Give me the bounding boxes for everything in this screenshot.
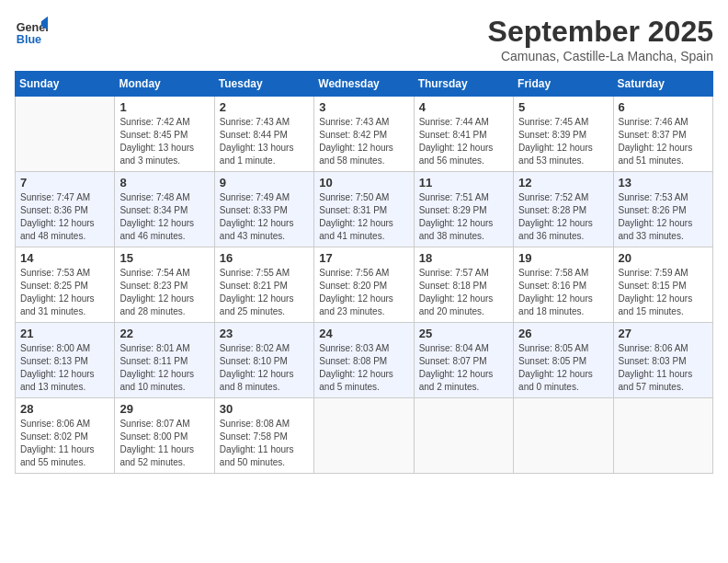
day-info: Sunrise: 7:54 AM Sunset: 8:23 PM Dayligh… [119,267,209,318]
calendar-cell [16,97,115,172]
calendar-week-row: 21Sunrise: 8:00 AM Sunset: 8:13 PM Dayli… [16,323,713,398]
weekday-header-tuesday: Tuesday [214,72,313,97]
day-info: Sunrise: 7:53 AM Sunset: 8:25 PM Dayligh… [20,267,109,318]
day-number: 6 [619,100,708,114]
day-number: 12 [518,176,608,190]
calendar-cell: 21Sunrise: 8:00 AM Sunset: 8:13 PM Dayli… [16,323,115,398]
day-number: 27 [619,327,708,340]
title-area: September 2025 Camunas, Castille-La Manc… [488,15,713,63]
day-number: 1 [119,100,209,114]
day-number: 7 [20,176,109,190]
day-number: 5 [518,100,608,114]
day-info: Sunrise: 7:58 AM Sunset: 8:16 PM Dayligh… [518,267,608,318]
day-info: Sunrise: 8:00 AM Sunset: 8:13 PM Dayligh… [20,342,109,394]
day-info: Sunrise: 7:42 AM Sunset: 8:45 PM Dayligh… [119,116,209,167]
day-number: 15 [119,251,209,265]
calendar-cell: 6Sunrise: 7:46 AM Sunset: 8:37 PM Daylig… [613,97,712,172]
calendar-cell: 15Sunrise: 7:54 AM Sunset: 8:23 PM Dayli… [115,247,214,323]
day-number: 3 [319,100,408,114]
logo-icon: General Blue [15,15,48,48]
day-number: 25 [419,327,508,340]
day-info: Sunrise: 7:56 AM Sunset: 8:20 PM Dayligh… [319,267,408,318]
calendar-cell: 14Sunrise: 7:53 AM Sunset: 8:25 PM Dayli… [16,247,115,323]
day-info: Sunrise: 7:43 AM Sunset: 8:42 PM Dayligh… [319,116,408,167]
day-info: Sunrise: 7:59 AM Sunset: 8:15 PM Dayligh… [619,267,708,318]
calendar-cell: 7Sunrise: 7:47 AM Sunset: 8:36 PM Daylig… [16,172,115,247]
day-info: Sunrise: 7:49 AM Sunset: 8:33 PM Dayligh… [220,191,309,243]
calendar-cell: 27Sunrise: 8:06 AM Sunset: 8:03 PM Dayli… [613,323,712,398]
day-number: 13 [619,176,708,190]
day-info: Sunrise: 7:57 AM Sunset: 8:18 PM Dayligh… [419,267,508,318]
weekday-header-friday: Friday [514,72,613,97]
day-info: Sunrise: 8:04 AM Sunset: 8:07 PM Dayligh… [419,342,508,394]
calendar-table: SundayMondayTuesdayWednesdayThursdayFrid… [15,71,713,474]
calendar-cell: 10Sunrise: 7:50 AM Sunset: 8:31 PM Dayli… [314,172,414,247]
calendar-cell: 18Sunrise: 7:57 AM Sunset: 8:18 PM Dayli… [414,247,513,323]
day-number: 28 [20,402,109,416]
calendar-title: September 2025 [488,15,713,49]
day-number: 20 [619,251,708,265]
day-number: 18 [419,251,508,265]
day-info: Sunrise: 7:50 AM Sunset: 8:31 PM Dayligh… [319,191,408,243]
calendar-week-row: 14Sunrise: 7:53 AM Sunset: 8:25 PM Dayli… [16,247,713,323]
day-number: 19 [518,251,608,265]
day-info: Sunrise: 7:51 AM Sunset: 8:29 PM Dayligh… [419,191,508,243]
calendar-cell: 5Sunrise: 7:45 AM Sunset: 8:39 PM Daylig… [514,97,613,172]
day-number: 17 [319,251,408,265]
day-number: 4 [419,100,508,114]
calendar-cell: 12Sunrise: 7:52 AM Sunset: 8:28 PM Dayli… [514,172,613,247]
calendar-week-row: 1Sunrise: 7:42 AM Sunset: 8:45 PM Daylig… [16,97,713,172]
calendar-cell: 13Sunrise: 7:53 AM Sunset: 8:26 PM Dayli… [613,172,712,247]
calendar-cell [414,398,513,474]
day-number: 26 [518,327,608,340]
day-number: 22 [119,327,209,340]
day-info: Sunrise: 7:53 AM Sunset: 8:26 PM Dayligh… [619,191,708,243]
day-info: Sunrise: 7:48 AM Sunset: 8:34 PM Dayligh… [119,191,209,243]
calendar-week-row: 28Sunrise: 8:06 AM Sunset: 8:02 PM Dayli… [16,398,713,474]
day-info: Sunrise: 8:05 AM Sunset: 8:05 PM Dayligh… [518,342,608,394]
calendar-cell [314,398,414,474]
calendar-cell: 19Sunrise: 7:58 AM Sunset: 8:16 PM Dayli… [514,247,613,323]
day-info: Sunrise: 7:55 AM Sunset: 8:21 PM Dayligh… [220,267,309,318]
weekday-header-saturday: Saturday [613,72,712,97]
day-info: Sunrise: 8:06 AM Sunset: 8:02 PM Dayligh… [20,418,109,469]
calendar-cell: 3Sunrise: 7:43 AM Sunset: 8:42 PM Daylig… [314,97,414,172]
day-info: Sunrise: 7:45 AM Sunset: 8:39 PM Dayligh… [518,116,608,167]
day-info: Sunrise: 7:44 AM Sunset: 8:41 PM Dayligh… [419,116,508,167]
day-info: Sunrise: 7:52 AM Sunset: 8:28 PM Dayligh… [518,191,608,243]
calendar-cell: 26Sunrise: 8:05 AM Sunset: 8:05 PM Dayli… [514,323,613,398]
calendar-cell: 24Sunrise: 8:03 AM Sunset: 8:08 PM Dayli… [314,323,414,398]
day-info: Sunrise: 8:02 AM Sunset: 8:10 PM Dayligh… [220,342,309,394]
calendar-subtitle: Camunas, Castille-La Mancha, Spain [488,49,713,63]
calendar-week-row: 7Sunrise: 7:47 AM Sunset: 8:36 PM Daylig… [16,172,713,247]
logo: General Blue [15,15,48,48]
calendar-cell: 20Sunrise: 7:59 AM Sunset: 8:15 PM Dayli… [613,247,712,323]
day-info: Sunrise: 8:06 AM Sunset: 8:03 PM Dayligh… [619,342,708,394]
page-header: General Blue September 2025 Camunas, Cas… [15,15,713,63]
day-number: 16 [220,251,309,265]
day-number: 10 [319,176,408,190]
day-info: Sunrise: 8:07 AM Sunset: 8:00 PM Dayligh… [119,418,209,469]
day-number: 24 [319,327,408,340]
weekday-header-monday: Monday [115,72,214,97]
calendar-cell: 9Sunrise: 7:49 AM Sunset: 8:33 PM Daylig… [214,172,313,247]
weekday-header-wednesday: Wednesday [314,72,414,97]
calendar-cell: 17Sunrise: 7:56 AM Sunset: 8:20 PM Dayli… [314,247,414,323]
weekday-header-thursday: Thursday [414,72,513,97]
day-info: Sunrise: 7:43 AM Sunset: 8:44 PM Dayligh… [220,116,309,167]
calendar-cell: 4Sunrise: 7:44 AM Sunset: 8:41 PM Daylig… [414,97,513,172]
calendar-cell: 23Sunrise: 8:02 AM Sunset: 8:10 PM Dayli… [214,323,313,398]
day-info: Sunrise: 8:03 AM Sunset: 8:08 PM Dayligh… [319,342,408,394]
calendar-cell: 29Sunrise: 8:07 AM Sunset: 8:00 PM Dayli… [115,398,214,474]
calendar-cell: 25Sunrise: 8:04 AM Sunset: 8:07 PM Dayli… [414,323,513,398]
calendar-cell: 16Sunrise: 7:55 AM Sunset: 8:21 PM Dayli… [214,247,313,323]
svg-text:Blue: Blue [17,33,41,46]
calendar-cell: 28Sunrise: 8:06 AM Sunset: 8:02 PM Dayli… [16,398,115,474]
calendar-cell: 1Sunrise: 7:42 AM Sunset: 8:45 PM Daylig… [115,97,214,172]
day-info: Sunrise: 7:46 AM Sunset: 8:37 PM Dayligh… [619,116,708,167]
calendar-cell [613,398,712,474]
calendar-cell: 11Sunrise: 7:51 AM Sunset: 8:29 PM Dayli… [414,172,513,247]
calendar-cell: 8Sunrise: 7:48 AM Sunset: 8:34 PM Daylig… [115,172,214,247]
calendar-cell [514,398,613,474]
weekday-header-sunday: Sunday [16,72,115,97]
